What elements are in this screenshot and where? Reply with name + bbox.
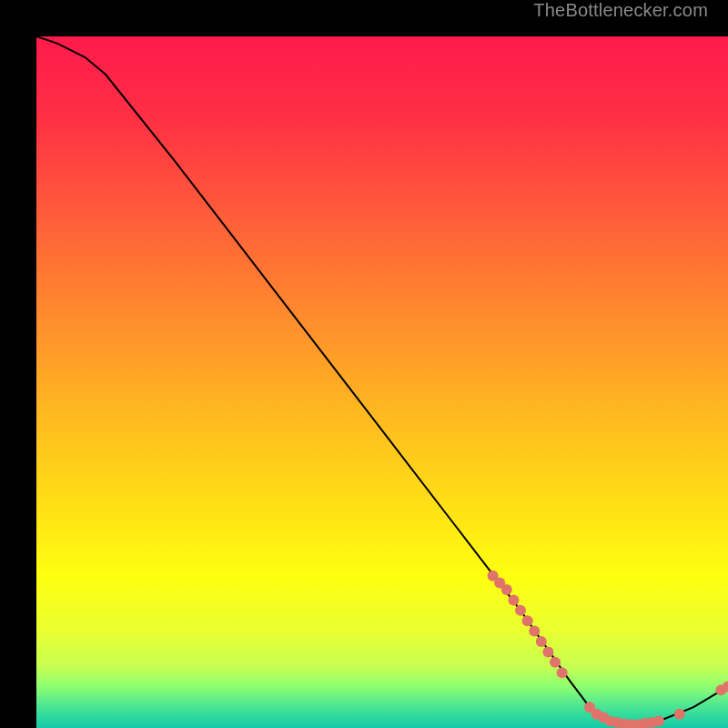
data-point <box>508 594 519 605</box>
bottleneck-chart <box>36 36 728 728</box>
data-point <box>674 709 685 720</box>
data-point <box>529 626 540 637</box>
data-point <box>557 667 568 678</box>
data-point <box>522 615 533 626</box>
data-point <box>542 646 553 657</box>
data-point <box>550 657 561 668</box>
data-point <box>536 636 547 647</box>
data-point <box>515 605 526 616</box>
gradient-background <box>36 36 728 728</box>
data-point <box>501 584 512 595</box>
data-point <box>653 715 664 726</box>
chart-frame <box>18 18 710 710</box>
